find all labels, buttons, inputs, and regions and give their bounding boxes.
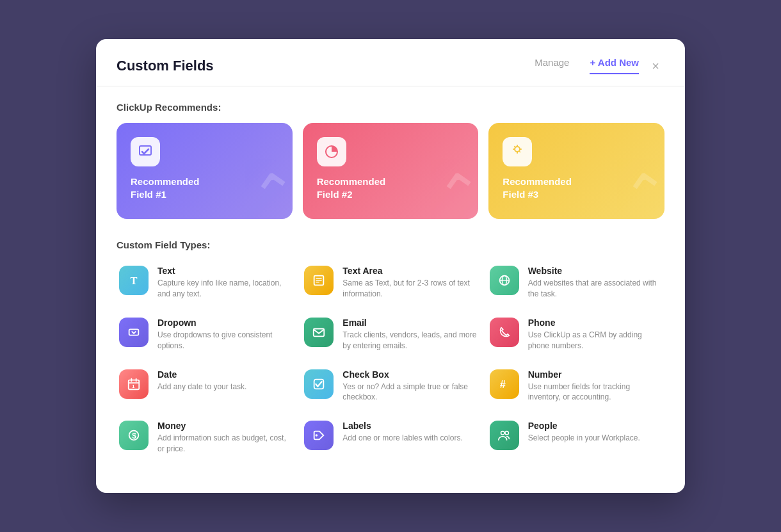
rec-icon-wrap-3 bbox=[503, 137, 532, 166]
field-name-checkbox: Check Box bbox=[342, 369, 476, 380]
svg-line-8 bbox=[519, 151, 520, 152]
modal-body: ClickUp Recommends: RecommendedField #1 … bbox=[96, 86, 685, 473]
rec-icon-1 bbox=[138, 144, 153, 159]
field-item-dropdown[interactable]: Dropown Use dropdowns to give consistent… bbox=[117, 314, 294, 355]
rec-card-1-label: RecommendedField #1 bbox=[131, 175, 278, 200]
field-item-labels[interactable]: Labels Add one or more lables with color… bbox=[302, 417, 479, 458]
field-types-grid: T Text Capture key info like name, locat… bbox=[117, 262, 664, 458]
checkbox-icon bbox=[312, 377, 326, 391]
field-info-number: Number Use number fields for tracking in… bbox=[528, 369, 662, 403]
field-item-money[interactable]: $ Money Add information such as budget, … bbox=[117, 417, 294, 458]
field-icon-dropdown bbox=[119, 318, 149, 347]
field-name-date: Date bbox=[157, 369, 246, 380]
field-name-people: People bbox=[528, 421, 640, 431]
field-icon-phone bbox=[490, 318, 519, 347]
textarea-icon bbox=[312, 273, 326, 287]
text-icon: T bbox=[127, 273, 141, 287]
recommended-section-title: ClickUp Recommends: bbox=[117, 102, 664, 113]
field-icon-money: $ bbox=[119, 421, 149, 450]
field-item-phone[interactable]: Phone Use ClickUp as a CRM by adding pho… bbox=[487, 314, 664, 355]
tab-add-new[interactable]: + Add New bbox=[590, 57, 639, 74]
svg-text:T: T bbox=[131, 275, 138, 287]
field-desc-date: Add any date to your task. bbox=[157, 382, 246, 392]
svg-text:$: $ bbox=[132, 431, 136, 440]
field-item-text[interactable]: T Text Capture key info like name, locat… bbox=[117, 262, 294, 303]
field-info-money: Money Add information such as budget, co… bbox=[157, 421, 291, 455]
email-icon bbox=[312, 325, 326, 339]
field-desc-text: Capture key info like name, location, an… bbox=[157, 278, 291, 300]
date-icon: 1 bbox=[127, 377, 141, 391]
field-item-website[interactable]: Website Add websites that are associated… bbox=[487, 262, 664, 303]
svg-rect-0 bbox=[140, 146, 151, 155]
rec-card-3-label: RecommendedField #3 bbox=[503, 175, 650, 200]
field-desc-number: Use number fields for tracking inventory… bbox=[528, 382, 662, 403]
field-name-text: Text bbox=[157, 266, 291, 276]
field-desc-checkbox: Yes or no? Add a simple true or false ch… bbox=[342, 382, 476, 403]
svg-line-7 bbox=[515, 147, 516, 148]
field-desc-labels: Add one or more lables with colors. bbox=[342, 433, 462, 444]
field-item-people[interactable]: People Select people in your Workplace. bbox=[487, 417, 664, 458]
field-desc-phone: Use ClickUp as a CRM by adding phone num… bbox=[528, 330, 662, 351]
field-item-date[interactable]: 1 Date Add any date to your task. bbox=[117, 366, 294, 407]
website-icon bbox=[497, 273, 511, 287]
svg-point-30 bbox=[505, 431, 509, 435]
field-desc-money: Add information such as budget, cost, or… bbox=[157, 433, 291, 455]
svg-text:#: # bbox=[499, 378, 505, 389]
modal-tabs: Manage + Add New bbox=[535, 57, 639, 74]
field-icon-people bbox=[490, 421, 519, 450]
field-info-date: Date Add any date to your task. bbox=[157, 369, 246, 392]
number-icon: # bbox=[497, 377, 511, 391]
field-types-title: Custom Field Types: bbox=[117, 239, 664, 250]
people-icon bbox=[497, 428, 511, 442]
field-icon-email bbox=[304, 318, 334, 347]
field-info-checkbox: Check Box Yes or no? Add a simple true o… bbox=[342, 369, 476, 403]
field-name-labels: Labels bbox=[342, 421, 462, 431]
rec-icon-wrap-2 bbox=[317, 137, 346, 166]
field-info-people: People Select people in your Workplace. bbox=[528, 421, 640, 444]
field-info-phone: Phone Use ClickUp as a CRM by adding pho… bbox=[528, 318, 662, 351]
field-icon-website bbox=[490, 266, 519, 295]
modal-title: Custom Fields bbox=[117, 58, 214, 74]
field-icon-checkbox bbox=[304, 369, 334, 399]
field-name-dropdown: Dropown bbox=[157, 318, 291, 328]
field-item-checkbox[interactable]: Check Box Yes or no? Add a simple true o… bbox=[302, 366, 479, 407]
close-button[interactable]: × bbox=[647, 57, 664, 75]
svg-text:1: 1 bbox=[132, 383, 134, 389]
field-item-textarea[interactable]: Text Area Same as Text, but for 2-3 rows… bbox=[302, 262, 479, 303]
field-icon-date: 1 bbox=[119, 369, 149, 399]
modal-overlay: Custom Fields Manage + Add New × ClickUp… bbox=[0, 0, 781, 532]
recommended-card-2[interactable]: RecommendedField #2 ⌃ bbox=[303, 123, 479, 219]
svg-point-29 bbox=[501, 431, 504, 435]
svg-rect-17 bbox=[129, 329, 139, 335]
field-info-textarea: Text Area Same as Text, but for 2-3 rows… bbox=[342, 266, 476, 300]
modal-header: Custom Fields Manage + Add New × bbox=[96, 39, 685, 74]
field-icon-labels bbox=[304, 421, 334, 450]
tab-manage[interactable]: Manage bbox=[535, 57, 569, 74]
dropdown-icon bbox=[127, 325, 141, 339]
rec-icon-2 bbox=[324, 144, 339, 159]
field-info-labels: Labels Add one or more lables with color… bbox=[342, 421, 462, 444]
field-name-website: Website bbox=[528, 266, 662, 276]
recommended-grid: RecommendedField #1 ⌃ RecommendedField #… bbox=[117, 123, 664, 219]
rec-card-2-label: RecommendedField #2 bbox=[317, 175, 465, 200]
recommended-card-1[interactable]: RecommendedField #1 ⌃ bbox=[117, 123, 293, 219]
field-info-text: Text Capture key info like name, locatio… bbox=[157, 266, 291, 300]
field-icon-number: # bbox=[490, 369, 519, 399]
recommended-card-3[interactable]: RecommendedField #3 ⌃ bbox=[488, 123, 664, 219]
field-name-textarea: Text Area bbox=[342, 266, 476, 276]
phone-icon bbox=[497, 325, 511, 339]
field-icon-text: T bbox=[119, 266, 149, 295]
field-icon-textarea bbox=[304, 266, 334, 295]
field-name-email: Email bbox=[342, 318, 476, 328]
custom-fields-modal: Custom Fields Manage + Add New × ClickUp… bbox=[96, 39, 685, 492]
field-info-dropdown: Dropown Use dropdowns to give consistent… bbox=[157, 318, 291, 351]
field-item-email[interactable]: Email Track clients, vendors, leads, and… bbox=[302, 314, 479, 355]
field-desc-textarea: Same as Text, but for 2-3 rows of text i… bbox=[342, 278, 476, 300]
field-info-website: Website Add websites that are associated… bbox=[528, 266, 662, 300]
field-item-number[interactable]: # Number Use number fields for tracking … bbox=[487, 366, 664, 407]
rec-icon-3 bbox=[510, 144, 525, 159]
rec-icon-wrap-1 bbox=[131, 137, 160, 166]
field-name-money: Money bbox=[157, 421, 291, 431]
field-desc-people: Select people in your Workplace. bbox=[528, 433, 640, 444]
field-desc-website: Add websites that are associated with th… bbox=[528, 278, 662, 300]
